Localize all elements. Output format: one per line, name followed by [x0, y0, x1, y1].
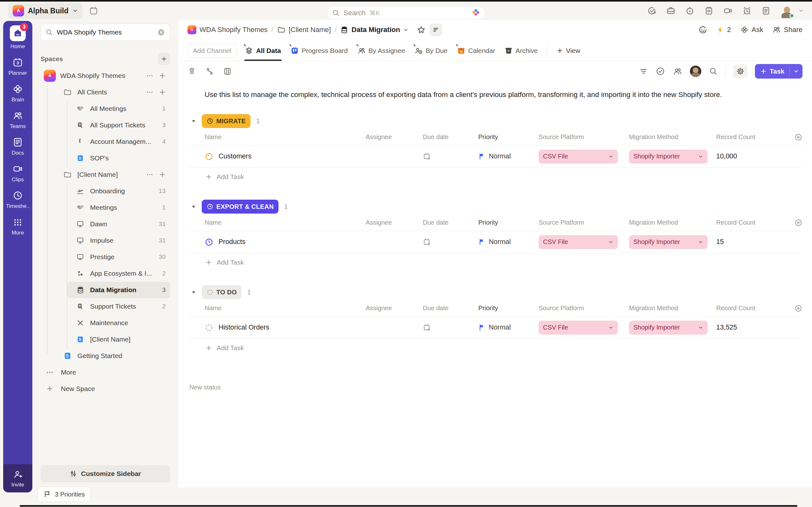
source-platform-cell[interactable]: CSV File	[539, 321, 629, 335]
task-row[interactable]: Products Normal CSV File Shopify Importe…	[188, 231, 803, 253]
add-icon[interactable]	[159, 171, 166, 178]
record-count-cell[interactable]: 13,525	[716, 324, 785, 331]
priority-cell[interactable]: Normal	[478, 153, 539, 160]
tree-item-space[interactable]: WDA Shopify Themes	[41, 67, 170, 84]
more-actions-icon[interactable]	[146, 171, 154, 178]
tab-archive[interactable]: Archive	[505, 40, 538, 61]
status-in-progress-icon[interactable]	[205, 153, 213, 161]
tab-progress-board[interactable]: Progress Board	[291, 40, 348, 61]
rail-item-home[interactable]: 3 Home	[3, 25, 32, 50]
status-todo-icon[interactable]	[205, 324, 213, 332]
me-filter-avatar[interactable]	[690, 66, 701, 77]
rail-item-timesheets[interactable]: Timeshe..	[3, 190, 32, 210]
tree-item-new-space[interactable]: New Space	[41, 381, 170, 397]
tree-item-list[interactable]: $ Support Tickets 2	[67, 298, 170, 315]
briefcase-icon[interactable]	[666, 6, 676, 15]
task-check-icon[interactable]	[647, 6, 657, 15]
source-platform-cell[interactable]: CSV File	[539, 150, 629, 164]
breadcrumb-list[interactable]: Data Migration	[340, 26, 409, 34]
rail-item-clips[interactable]: Clips	[3, 164, 32, 183]
due-date-cell[interactable]	[423, 324, 478, 332]
timer-icon[interactable]	[685, 6, 695, 15]
source-platform-cell[interactable]: CSV File	[539, 235, 629, 249]
sidebar-search-input[interactable]	[57, 29, 153, 36]
assignees-filter-icon[interactable]	[673, 66, 682, 76]
breadcrumb-space[interactable]: WDA Shopify Themes	[188, 25, 268, 34]
ai-flower-icon[interactable]	[472, 8, 480, 18]
record-count-cell[interactable]: 10,000	[716, 153, 785, 160]
priority-cell[interactable]: Normal	[478, 324, 539, 331]
tree-item-list[interactable]: Impulse 31	[67, 232, 170, 249]
tree-item-more[interactable]: More	[41, 364, 170, 381]
clear-search-icon[interactable]	[157, 28, 165, 37]
tree-item-list[interactable]: Account Managem... 4	[67, 133, 170, 150]
tree-item-list[interactable]: Prestige 30	[67, 249, 170, 265]
columns-icon[interactable]	[223, 67, 232, 76]
tab-all-data[interactable]: All Data	[245, 40, 281, 61]
filter-icon[interactable]	[639, 67, 648, 76]
add-task-row[interactable]: Add Task	[188, 339, 803, 357]
priorities-pill[interactable]: 3 Priorities	[38, 487, 91, 502]
group-by-icon[interactable]	[188, 67, 196, 76]
priority-cell[interactable]: Normal	[478, 238, 539, 246]
add-icon[interactable]	[159, 89, 166, 96]
notepad-icon[interactable]	[704, 6, 714, 15]
settings-gear-icon[interactable]	[733, 64, 747, 78]
search-tasks-icon[interactable]	[709, 67, 718, 76]
task-row[interactable]: Historical Orders Normal CSV File Shopif…	[188, 317, 803, 339]
due-date-cell[interactable]	[423, 153, 478, 161]
task-row[interactable]: Customers Normal CSV File Shopify Import…	[188, 146, 803, 168]
boost-indicator[interactable]: 2	[716, 26, 731, 34]
view-options-icon[interactable]	[429, 23, 442, 36]
migration-method-cell[interactable]: Shopify Importer	[629, 150, 716, 164]
invite-button[interactable]: Invite	[3, 464, 32, 493]
add-space-button[interactable]	[158, 53, 170, 65]
tree-item-folder[interactable]: All Clients	[41, 84, 170, 101]
new-status-button[interactable]: New status	[189, 384, 803, 400]
alarm-icon[interactable]	[742, 6, 752, 15]
add-column-icon[interactable]	[794, 133, 803, 141]
tab-by-assignee[interactable]: By Assignee	[357, 40, 405, 61]
status-pill-todo[interactable]: TO DO	[202, 285, 241, 299]
video-icon[interactable]	[723, 6, 733, 15]
closed-tasks-icon[interactable]	[656, 66, 665, 76]
task-button-chevron[interactable]	[790, 64, 803, 78]
more-actions-icon[interactable]	[146, 89, 154, 96]
add-column-icon[interactable]	[794, 304, 803, 313]
sidebar-search[interactable]	[41, 24, 170, 41]
add-icon[interactable]	[159, 72, 166, 79]
tree-item-list[interactable]: Dawn 31	[67, 216, 170, 232]
tree-item-folder[interactable]: [Client Name]	[41, 166, 170, 183]
add-view-button[interactable]: View	[556, 47, 580, 55]
tree-item-list[interactable]: All Meetings 1	[67, 101, 170, 117]
ask-button[interactable]: Ask	[740, 25, 763, 34]
add-task-button[interactable]: Task	[755, 64, 803, 78]
document-icon[interactable]	[761, 6, 771, 15]
tab-calendar[interactable]: 31 Calendar	[457, 40, 495, 61]
rail-item-planner[interactable]: 3 Planner	[3, 57, 32, 76]
more-actions-icon[interactable]	[146, 72, 154, 79]
tree-item-list[interactable]: Maintenance	[67, 315, 170, 331]
status-pill-export-clean[interactable]: EXPORT & CLEAN	[202, 200, 278, 214]
calendar-icon[interactable]	[89, 6, 98, 15]
subtasks-icon[interactable]	[205, 67, 214, 76]
workspace-switcher[interactable]: Alpha Build	[8, 3, 83, 19]
tree-item-list[interactable]: App Ecosystem & I... 2	[67, 265, 170, 282]
user-avatar[interactable]	[780, 4, 794, 17]
status-export-clean-icon[interactable]	[205, 238, 213, 246]
tree-item-doc[interactable]: [Client Name]	[67, 331, 170, 348]
smiley-sparkle-icon[interactable]	[698, 25, 708, 35]
rail-item-docs[interactable]: Docs	[3, 137, 32, 156]
rail-item-brain[interactable]: Brain	[3, 83, 32, 103]
due-date-cell[interactable]	[423, 238, 478, 246]
tab-by-due[interactable]: By Due	[415, 40, 448, 61]
global-search[interactable]: Search ⌘K	[327, 6, 485, 20]
add-channel-button[interactable]: Add Channel	[188, 44, 237, 58]
collapse-triangle-icon[interactable]	[191, 290, 196, 295]
customize-sidebar-button[interactable]: Customize Sidebar	[41, 465, 170, 482]
tree-item-list[interactable]: $ All Support Tickets 3	[67, 117, 170, 133]
breadcrumb-folder[interactable]: [Client Name]	[277, 26, 331, 34]
add-column-icon[interactable]	[794, 219, 803, 227]
collapse-triangle-icon[interactable]	[191, 205, 196, 209]
add-task-row[interactable]: Add Task	[188, 168, 803, 186]
